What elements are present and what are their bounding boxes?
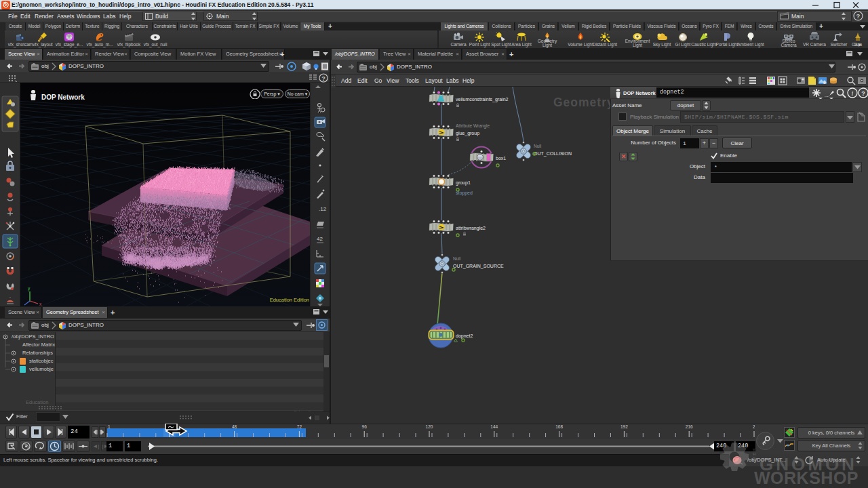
svg-text:Null: Null (534, 144, 542, 148)
svg-text:72: 72 (297, 424, 302, 429)
svg-text:192: 192 (620, 424, 628, 429)
svg-text:?: ? (321, 75, 326, 82)
svg-text:42: 42 (317, 236, 323, 242)
svg-text:OUT_GRAIN_SOURCE: OUT_GRAIN_SOURCE (453, 264, 504, 269)
svg-text:vellumconstraints_grain2: vellumconstraints_grain2 (456, 97, 509, 102)
svg-text:glue_group: glue_group (456, 131, 479, 136)
svg-text:48: 48 (232, 424, 237, 429)
svg-text:240: 240 (753, 424, 755, 429)
svg-text:attribwrangle2: attribwrangle2 (456, 226, 486, 231)
svg-text:box1: box1 (496, 156, 506, 161)
svg-text:dopnet2: dopnet2 (456, 333, 473, 339)
svg-text:group1: group1 (456, 180, 471, 186)
svg-text:E: E (753, 456, 755, 460)
svg-text:OUT_COLLISION: OUT_COLLISION (534, 151, 572, 157)
svg-text:144: 144 (490, 424, 498, 429)
svg-text:Attribute Wrangle: Attribute Wrangle (456, 123, 490, 129)
svg-text:.12: .12 (319, 206, 327, 212)
svg-text:?: ? (856, 12, 861, 20)
svg-text:96: 96 (362, 424, 368, 429)
svg-text:120: 120 (426, 424, 433, 429)
svg-text:stopped: stopped (456, 190, 473, 196)
svg-text:168: 168 (555, 424, 563, 429)
svg-text:216: 216 (686, 424, 693, 429)
svg-text:i: i (852, 89, 854, 97)
svg-text:Null: Null (453, 256, 461, 261)
svg-text:WORKSHOP: WORKSHOP (754, 468, 859, 487)
svg-text:?: ? (861, 90, 865, 97)
svg-text:Education Edition: Education Edition (270, 297, 309, 303)
svg-text:1: 1 (108, 424, 111, 429)
svg-text:Geometry: Geometry (553, 96, 614, 109)
